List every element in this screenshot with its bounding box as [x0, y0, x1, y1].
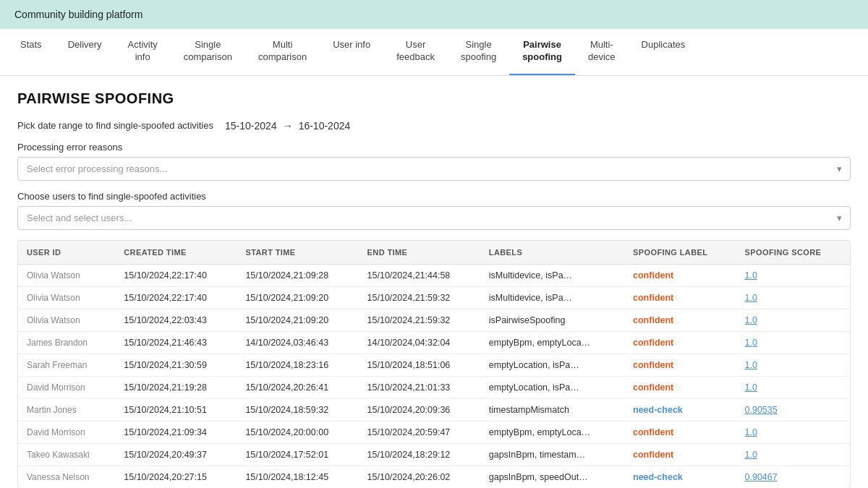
table-row[interactable]: Takeo Kawasaki15/10/2024,20:49:3715/10/2…	[18, 443, 850, 466]
score-link[interactable]: 0.90467	[745, 472, 778, 482]
score-link[interactable]: 0.90535	[745, 405, 778, 415]
table-row[interactable]: David Morrison15/10/2024,21:09:3415/10/2…	[18, 421, 850, 443]
cell-labels: emptyLocation, isPa…	[480, 354, 624, 376]
cell-start-time: 15/10/2024,18:23:16	[237, 354, 358, 376]
cell-spoofing-label: confident	[624, 354, 736, 376]
col-start-time: START TIME	[237, 241, 358, 265]
table-row[interactable]: Martin Jones15/10/2024,21:10:5115/10/202…	[18, 398, 850, 421]
tab-delivery[interactable]: Delivery	[55, 29, 115, 75]
col-created-time: CREATED TIME	[115, 241, 237, 265]
cell-end-time: 14/10/2024,04:32:04	[359, 331, 480, 354]
cell-spoofing-label: confident	[624, 264, 736, 286]
cell-user-id: David Morrison	[18, 421, 115, 443]
table-row[interactable]: Olivia Watson15/10/2024,22:17:4015/10/20…	[18, 286, 850, 309]
error-label: Processing error reasons	[17, 142, 851, 153]
cell-created-time: 15/10/2024,21:30:59	[115, 354, 237, 376]
cell-labels: isPairwiseSpoofing	[480, 309, 624, 331]
cell-labels: emptyBpm, emptyLoca…	[480, 331, 624, 354]
tab-stats[interactable]: Stats	[7, 29, 55, 75]
tab-single-comparison[interactable]: Single comparison	[171, 29, 245, 75]
cell-end-time: 15/10/2024,20:59:47	[359, 421, 480, 443]
cell-end-time: 15/10/2024,21:59:32	[359, 309, 480, 331]
cell-start-time: 14/10/2024,03:46:43	[237, 331, 358, 354]
score-link[interactable]: 1.0	[745, 360, 757, 370]
tab-pairwise-spoofing[interactable]: Pairwise spoofing	[509, 29, 575, 75]
col-end-time: END TIME	[359, 241, 480, 265]
score-link[interactable]: 1.0	[745, 270, 757, 281]
col-user-id: USER ID	[18, 241, 115, 265]
cell-created-time: 15/10/2024,22:17:40	[115, 286, 237, 309]
cell-end-time: 15/10/2024,21:59:32	[359, 286, 480, 309]
score-link[interactable]: 1.0	[745, 382, 757, 393]
table-body: Olivia Watson15/10/2024,22:17:4015/10/20…	[18, 264, 850, 488]
cell-user-id: David Morrison	[18, 376, 115, 398]
tab-single-spoofing[interactable]: Single spoofing	[448, 29, 509, 75]
cell-end-time: 15/10/2024,18:29:12	[359, 443, 480, 466]
cell-created-time: 15/10/2024,21:19:28	[115, 376, 237, 398]
cell-spoofing-label: need-check	[624, 398, 736, 421]
table-row[interactable]: James Brandon15/10/2024,21:46:4314/10/20…	[18, 331, 850, 354]
cell-labels: gapsInBpm, timestam…	[480, 443, 624, 466]
table-row[interactable]: Vanessa Nelson15/10/2024,20:27:1515/10/2…	[18, 466, 850, 488]
table-row[interactable]: Olivia Watson15/10/2024,22:17:4015/10/20…	[18, 264, 850, 286]
cell-labels: isMultidevice, isPa…	[480, 264, 624, 286]
cell-user-id: Takeo Kawasaki	[18, 443, 115, 466]
cell-spoofing-score: 1.0	[736, 309, 851, 331]
data-table: USER IDCREATED TIMESTART TIMEEND TIMELAB…	[18, 241, 850, 488]
tab-multi-comparison[interactable]: Multi comparison	[245, 29, 320, 75]
tab-multi-device[interactable]: Multi- device	[575, 29, 629, 75]
tabs-nav: StatsDeliveryActivity infoSingle compari…	[0, 29, 868, 76]
cell-end-time: 15/10/2024,21:44:58	[359, 264, 480, 286]
cell-created-time: 15/10/2024,20:49:37	[115, 443, 237, 466]
cell-spoofing-label: need-check	[624, 466, 736, 488]
cell-spoofing-score: 1.0	[736, 286, 851, 309]
cell-start-time: 15/10/2024,21:09:20	[237, 286, 358, 309]
cell-created-time: 15/10/2024,21:10:51	[115, 398, 237, 421]
cell-user-id: Olivia Watson	[18, 286, 115, 309]
cell-start-time: 15/10/2024,21:09:28	[237, 264, 358, 286]
cell-user-id: Olivia Watson	[18, 309, 115, 331]
cell-end-time: 15/10/2024,21:01:33	[359, 376, 480, 398]
cell-start-time: 15/10/2024,20:00:00	[237, 421, 358, 443]
cell-spoofing-label: confident	[624, 331, 736, 354]
tab-duplicates[interactable]: Duplicates	[629, 29, 699, 75]
table-row[interactable]: Olivia Watson15/10/2024,22:03:4315/10/20…	[18, 309, 850, 331]
score-link[interactable]: 1.0	[745, 293, 757, 303]
score-link[interactable]: 1.0	[745, 450, 757, 460]
tab-user-info[interactable]: User info	[320, 29, 383, 75]
cell-end-time: 15/10/2024,20:26:02	[359, 466, 480, 488]
error-dropdown[interactable]: Select error processing reasons...	[17, 157, 851, 181]
cell-spoofing-score: 1.0	[736, 354, 851, 376]
col-spoofing-label: SPOOFING LABEL	[624, 241, 736, 265]
date-arrow: →	[283, 120, 293, 132]
cell-spoofing-score: 1.0	[736, 376, 851, 398]
cell-start-time: 15/10/2024,18:59:32	[237, 398, 358, 421]
users-dropdown[interactable]: Select and select users...	[17, 206, 851, 230]
cell-spoofing-label: confident	[624, 309, 736, 331]
cell-user-id: Sarah Freeman	[18, 354, 115, 376]
app-title-bar: Community building platform	[0, 0, 868, 29]
tab-user-feedback[interactable]: User feedback	[383, 29, 448, 75]
score-link[interactable]: 1.0	[745, 315, 757, 325]
cell-spoofing-score: 1.0	[736, 264, 851, 286]
users-label: Choose users to find single-spoofed acti…	[17, 191, 851, 202]
cell-start-time: 15/10/2024,20:26:41	[237, 376, 358, 398]
score-link[interactable]: 1.0	[745, 338, 757, 348]
cell-user-id: Olivia Watson	[18, 264, 115, 286]
cell-created-time: 15/10/2024,22:03:43	[115, 309, 237, 331]
date-to: 16-10-2024	[299, 120, 351, 132]
cell-labels: timestampMismatch	[480, 398, 624, 421]
date-range: 15-10-2024 → 16-10-2024	[225, 120, 350, 132]
cell-spoofing-label: confident	[624, 376, 736, 398]
date-filter-label: Pick date range to find single-spoofed a…	[17, 120, 213, 131]
table-row[interactable]: Sarah Freeman15/10/2024,21:30:5915/10/20…	[18, 354, 850, 376]
tab-activity-info[interactable]: Activity info	[115, 29, 171, 75]
cell-created-time: 15/10/2024,21:46:43	[115, 331, 237, 354]
cell-spoofing-label: confident	[624, 443, 736, 466]
cell-labels: isMultidevice, isPa…	[480, 286, 624, 309]
table-row[interactable]: David Morrison15/10/2024,21:19:2815/10/2…	[18, 376, 850, 398]
cell-spoofing-score: 0.90535	[736, 398, 851, 421]
score-link[interactable]: 1.0	[745, 427, 757, 437]
users-dropdown-wrapper: Select and select users...	[17, 206, 851, 230]
cell-start-time: 15/10/2024,18:12:45	[237, 466, 358, 488]
